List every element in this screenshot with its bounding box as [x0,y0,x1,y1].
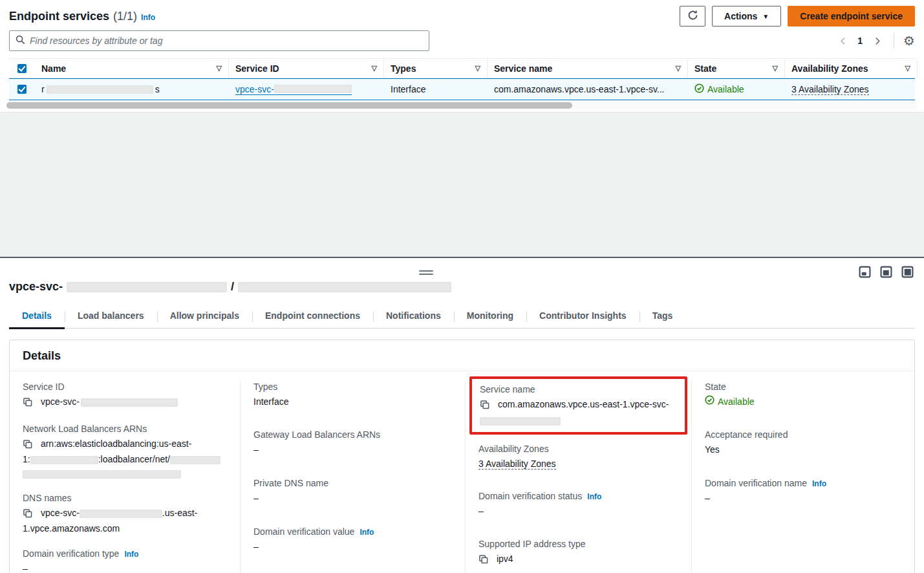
details-heading: Details [23,349,901,363]
actions-button-label: Actions [724,11,757,21]
field-label: State [705,382,901,392]
name-redaction [47,85,153,94]
column-label: Name [41,63,66,74]
actions-button[interactable]: Actions ▼ [712,6,781,27]
header-info-link[interactable]: Info [141,13,155,22]
endpoint-services-table: Name ▽ Service ID ▽ Types ▽ Service name… [9,58,915,100]
field-availability-zones: Availability Zones 3 Availability Zones [478,444,678,471]
copy-icon[interactable] [478,556,491,566]
panel-title-redaction-1 [67,282,227,292]
dvs-info-link[interactable]: Info [587,492,601,501]
horizontal-scrollbar[interactable] [6,102,918,109]
column-header-acceptance-clipped[interactable]: A [918,59,924,78]
dvv-info-link[interactable]: Info [360,528,374,537]
field-value: ipv4 [478,552,678,568]
panel-size-small-icon[interactable] [859,266,871,281]
field-service-id: Service ID vpce-svc- [23,382,227,411]
field-value: – [253,540,452,554]
field-label-text: Domain verification value [253,526,354,537]
filter-icon[interactable]: ▽ [217,64,222,72]
column-header-state[interactable]: State ▽ [688,59,785,78]
details-card: Details Service ID vpce-svc- Network L [9,340,915,573]
copy-icon[interactable] [480,401,492,411]
field-label: Domain verification name Info [705,478,901,488]
dns-redaction [80,510,162,518]
field-label: Acceptance required [705,429,901,440]
column-header-service-name[interactable]: Service name ▽ [488,59,688,78]
dns-value-mid: .us-east- [162,508,197,518]
settings-gear-icon[interactable]: ⚙ [903,34,915,47]
field-label: Service ID [23,382,227,392]
previous-page-icon[interactable] [835,33,851,49]
column-header-name[interactable]: Name ▽ [35,59,229,78]
tab-notifications[interactable]: Notifications [373,305,454,328]
header-actions: Actions ▼ Create endpoint service [680,6,915,27]
row-types-cell: Interface [384,79,488,100]
filter-icon[interactable]: ▽ [773,64,778,72]
panel-title-prefix: vpce-svc- [9,280,63,294]
ip-type-value: ipv4 [497,554,513,564]
next-page-icon[interactable] [869,33,885,49]
field-label: Domain verification type Info [23,548,227,559]
name-redacted-suffix: s [155,84,160,94]
row-name-cell: r s [35,79,229,100]
field-value: Interface [253,395,452,409]
field-label-text: Domain verification status [478,491,582,501]
service-name-highlight-box: Service name com.amazonaws.vpce.us-east-… [469,376,687,435]
tab-tags[interactable]: Tags [639,305,686,328]
column-header-types[interactable]: Types ▽ [384,59,488,78]
field-nlb-arns: Network Load Balancers ARNs arn:aws:elas… [23,424,227,480]
search-box[interactable] [9,30,429,51]
dvt-info-link[interactable]: Info [124,550,138,559]
state-value-label: Available [718,395,755,409]
select-all-checkbox[interactable] [17,64,27,73]
service-name-redaction [480,417,561,426]
filter-icon[interactable]: ▽ [676,64,681,72]
service-id-link[interactable]: vpce-svc- [235,84,352,95]
search-input[interactable] [30,36,423,46]
field-value: com.amazonaws.vpce.us-east-1.vpce-svc- [480,398,677,427]
field-value: – [253,492,452,505]
refresh-button[interactable] [680,6,705,27]
tab-load-balancers[interactable]: Load balancers [65,305,157,328]
copy-icon[interactable] [23,510,35,520]
panel-drag-handle-icon[interactable] [419,268,433,277]
tab-monitoring[interactable]: Monitoring [454,305,526,328]
field-value: 3 Availability Zones [478,457,678,471]
row-state-cell: Available [688,79,785,100]
availability-zones-link[interactable]: 3 Availability Zones [791,84,869,95]
create-endpoint-service-button[interactable]: Create endpoint service [788,6,915,27]
nlb-arn-line2-prefix: 1: [23,454,30,464]
column-label: State [694,63,716,74]
tab-contributor-insights[interactable]: Contributor Insights [526,305,639,328]
state-available: Available [694,83,744,95]
tab-details[interactable]: Details [9,305,65,328]
table-section: Endpoint services (1/1) Info Actions ▼ C… [0,0,924,109]
field-domain-verification-type: Domain verification type Info – [23,548,227,573]
filter-icon[interactable]: ▽ [372,64,377,72]
page-number[interactable]: 1 [857,36,863,46]
availability-zones-detail-link[interactable]: 3 Availability Zones [478,459,556,470]
table-header-row: Name ▽ Service ID ▽ Types ▽ Service name… [9,59,915,78]
dvn-info-link[interactable]: Info [812,479,826,488]
column-header-service-id[interactable]: Service ID ▽ [229,59,384,78]
column-header-availability-zones[interactable]: Availability Zones ▽ [785,59,918,78]
scrollbar-thumb[interactable] [6,102,572,109]
field-value: – [23,562,227,573]
toolbar-divider [894,33,894,49]
table-row[interactable]: r s vpce-svc- Interface com.amazonaws.vp… [9,78,915,100]
copy-icon[interactable] [23,398,35,409]
field-label: Availability Zones [478,444,678,454]
nlb-arn-redaction-2 [170,456,220,464]
panel-size-medium-icon[interactable] [880,266,892,281]
copy-icon[interactable] [23,440,35,451]
row-checkbox[interactable] [17,85,27,94]
filter-icon[interactable]: ▽ [905,64,910,72]
tab-allow-principals[interactable]: Allow principals [157,305,252,328]
tab-endpoint-connections[interactable]: Endpoint connections [252,305,373,328]
field-value: – [705,492,901,505]
field-gateway-lb-arns: Gateway Load Balancers ARNs – [253,429,452,457]
panel-size-full-icon[interactable] [901,266,914,281]
field-label: Network Load Balancers ARNs [23,424,227,434]
filter-icon[interactable]: ▽ [475,64,480,72]
